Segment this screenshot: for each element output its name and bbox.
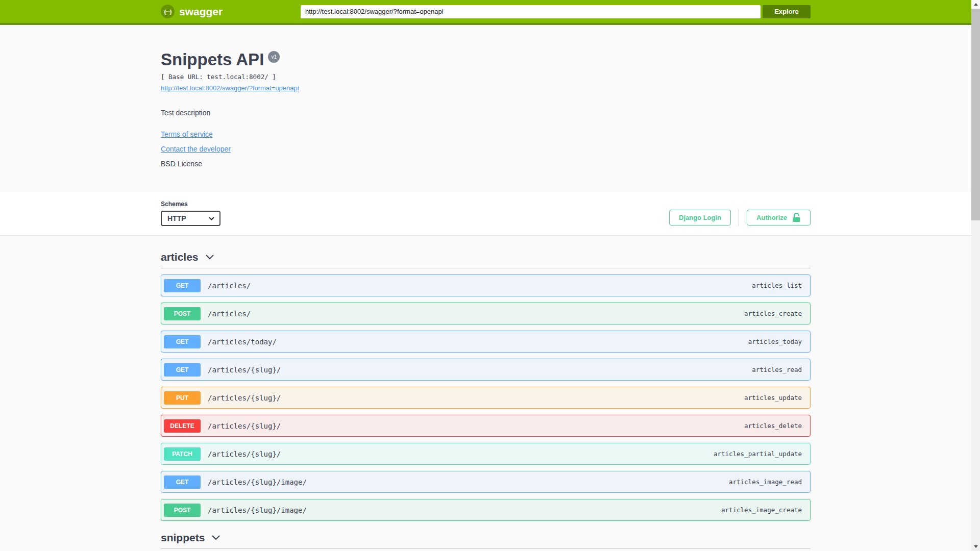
terms-of-service-link[interactable]: Terms of service (161, 130, 213, 138)
spec-link[interactable]: http://test.local:8002/swagger/?format=o… (161, 84, 299, 92)
chevron-down-icon (206, 255, 214, 260)
operation-path: /articles/ (208, 282, 251, 290)
api-version-badge: v1 (268, 51, 280, 63)
operation-id: articles_list (752, 282, 802, 289)
section-title: articles (161, 251, 199, 264)
operation-path: /articles/{slug}/ (208, 394, 281, 402)
scheme-select[interactable]: HTTP (161, 211, 220, 226)
operation-list: GET /articles/ articles_list POST /artic… (161, 268, 811, 521)
explore-form: Explore (301, 5, 811, 18)
api-title-text: Snippets API (161, 51, 264, 69)
license-text: BSD License (161, 160, 202, 168)
authorize-button[interactable]: Authorize (747, 210, 811, 226)
scroll-up-arrow-icon (974, 3, 978, 6)
operation-row[interactable]: POST /articles/{slug}/image/ articles_im… (161, 499, 811, 521)
section-title: snippets (161, 531, 205, 544)
operation-path: /articles/{slug}/ (208, 450, 281, 458)
method-badge: DELETE (164, 419, 201, 433)
operation-id: articles_update (744, 394, 802, 402)
section-header[interactable]: snippets (161, 527, 811, 548)
operation-path: /articles/{slug}/image/ (208, 478, 307, 486)
operation-row[interactable]: GET /articles/ articles_list (161, 274, 811, 296)
authorize-label: Authorize (756, 214, 787, 221)
api-tag-section: articles GET /articles/ articles_list PO… (161, 246, 811, 521)
unlock-icon (792, 213, 801, 222)
operation-row[interactable]: POST /articles/ articles_create (161, 303, 811, 324)
operation-id: articles_image_create (721, 506, 802, 514)
scroll-down-arrow-icon (974, 545, 978, 548)
method-badge: GET (164, 475, 201, 489)
scrollbar-thumb[interactable] (971, 9, 980, 220)
operation-path: /articles/ (208, 310, 251, 318)
auth-divider (739, 209, 739, 226)
operation-id: articles_read (752, 366, 802, 373)
scroll-up-button[interactable] (971, 0, 980, 9)
info-section: Snippets API v1 [ Base URL: test.local:8… (0, 25, 971, 192)
django-login-label: Django Login (679, 214, 721, 221)
operation-row[interactable]: PATCH /articles/{slug}/ articles_partial… (161, 443, 811, 465)
method-badge: GET (164, 279, 201, 292)
chevron-down-icon (209, 217, 214, 220)
operation-row[interactable]: GET /articles/{slug}/image/ articles_ima… (161, 471, 811, 493)
contact-developer-link[interactable]: Contact the developer (161, 145, 231, 153)
swagger-logo[interactable]: {···} swagger (161, 5, 223, 18)
section-header[interactable]: articles (161, 246, 811, 268)
operation-path: /articles/{slug}/ (208, 366, 281, 374)
django-login-button[interactable]: Django Login (669, 210, 731, 226)
operation-id: articles_today (748, 338, 802, 345)
operation-id: articles_delete (744, 422, 802, 430)
operation-id: articles_partial_update (714, 450, 802, 458)
method-badge: PUT (164, 391, 201, 405)
base-url-text: [ Base URL: test.local:8002/ ] (161, 73, 811, 81)
schemes-label: Schemes (161, 201, 220, 208)
spec-url-input[interactable] (301, 5, 761, 18)
operation-path: /articles/{slug}/image/ (208, 506, 307, 514)
scheme-selected-value: HTTP (167, 214, 186, 222)
method-badge: POST (164, 307, 201, 320)
api-description: Test description (161, 109, 811, 117)
operation-row[interactable]: DELETE /articles/{slug}/ articles_delete (161, 415, 811, 437)
operation-row[interactable]: PUT /articles/{slug}/ articles_update (161, 387, 811, 409)
schemes-block: Schemes HTTP (161, 201, 220, 226)
operation-row[interactable]: GET /articles/today/ articles_today (161, 331, 811, 353)
method-badge: PATCH (164, 447, 201, 461)
method-badge: GET (164, 363, 201, 377)
vertical-scrollbar[interactable] (971, 0, 980, 551)
topbar: {···} swagger Explore (0, 0, 971, 25)
api-title: Snippets API v1 (161, 51, 811, 69)
api-tag-section: snippets GET /snippets/ snippets_list (161, 527, 811, 551)
method-badge: GET (164, 335, 201, 348)
explore-button[interactable]: Explore (763, 5, 811, 18)
operations-area: articles GET /articles/ articles_list PO… (161, 235, 811, 551)
operation-list: GET /snippets/ snippets_list (161, 549, 811, 551)
operation-id: articles_image_read (729, 478, 802, 486)
swagger-logo-icon: {···} (161, 5, 175, 18)
page-viewport: {···} swagger Explore Snippets API v1 [ … (0, 0, 971, 551)
scroll-down-button[interactable] (971, 542, 980, 551)
swagger-logo-text: swagger (179, 6, 223, 18)
scheme-container: Schemes HTTP Django Login Authorize (0, 192, 971, 235)
method-badge: POST (164, 504, 201, 517)
operation-path: /articles/today/ (208, 338, 277, 346)
operation-id: articles_create (744, 310, 802, 317)
operation-path: /articles/{slug}/ (208, 422, 281, 430)
operation-row[interactable]: GET /articles/{slug}/ articles_read (161, 359, 811, 381)
auth-wrapper: Django Login Authorize (669, 209, 811, 226)
chevron-down-icon (212, 535, 220, 540)
